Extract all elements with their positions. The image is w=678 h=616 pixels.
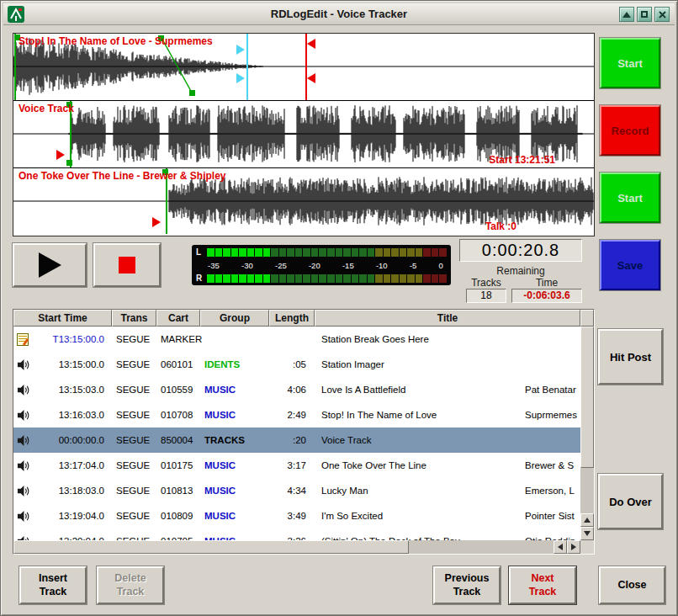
cell-group: MUSIC bbox=[200, 385, 269, 395]
cell-trans: SEGUE bbox=[112, 385, 156, 395]
col-header-length[interactable]: Length bbox=[269, 310, 315, 327]
track-start-line[interactable] bbox=[14, 34, 16, 100]
window-controls bbox=[619, 7, 670, 22]
record-button[interactable]: Record bbox=[600, 105, 660, 156]
start-track2-button[interactable]: Start bbox=[600, 173, 660, 223]
time-remaining-label: Time bbox=[511, 277, 582, 289]
cell-length: 3:17 bbox=[269, 460, 315, 470]
insert-track-button[interactable]: Insert Track bbox=[19, 566, 87, 604]
vertical-scrollbar[interactable] bbox=[580, 327, 594, 540]
table-row[interactable]: 13:16:03.0SEGUE010708MUSIC2:49Stop! In T… bbox=[13, 402, 580, 427]
cell-title: One Toke Over The LineBrewer & S bbox=[315, 453, 580, 478]
table-row[interactable]: 13:20:04.0SEGUE010705MUSIC3:26(Sittin' O… bbox=[13, 528, 580, 540]
down-arrow-icon bbox=[584, 531, 591, 536]
playhead-marker-icon[interactable] bbox=[307, 73, 315, 83]
table-row[interactable]: 13:18:03.0SEGUE010813MUSIC4:34Lucky ManE… bbox=[13, 478, 580, 503]
col-header-title[interactable]: Title bbox=[315, 310, 580, 327]
shade-button[interactable] bbox=[619, 7, 634, 22]
col-header-start-time[interactable]: Start Time bbox=[13, 310, 112, 327]
start-track1-button[interactable]: Start bbox=[600, 38, 660, 88]
table-row[interactable]: 13:15:03.0SEGUE010559MUSIC4:06Love Is A … bbox=[13, 377, 580, 402]
window-title: RDLogEdit - Voice Tracker bbox=[3, 8, 675, 20]
cell-trans: SEGUE bbox=[112, 334, 156, 344]
cell-start-time: 13:16:03.0 bbox=[13, 408, 112, 422]
table-row[interactable]: 13:17:04.0SEGUE010175MUSIC3:17One Toke O… bbox=[13, 453, 580, 478]
cell-length: 3:49 bbox=[269, 511, 315, 521]
cell-length: 2:49 bbox=[269, 410, 315, 420]
do-over-button[interactable]: Do Over bbox=[598, 474, 663, 529]
stop-icon bbox=[119, 257, 135, 273]
cell-cart: 060101 bbox=[156, 359, 200, 369]
cell-title-text: Lucky Man bbox=[321, 486, 368, 496]
col-header-trans[interactable]: Trans bbox=[112, 310, 156, 327]
cell-trans: SEGUE bbox=[112, 486, 156, 496]
scroll-right-button[interactable] bbox=[567, 540, 580, 554]
table-row[interactable]: T13:15:00.0SEGUEMARKERStation Break Goes… bbox=[13, 327, 580, 352]
up-arrow-icon bbox=[584, 518, 591, 523]
speaker-icon bbox=[16, 459, 29, 472]
app-icon bbox=[8, 6, 24, 23]
cell-trans: SEGUE bbox=[112, 410, 156, 420]
vscroll-thumb[interactable] bbox=[580, 327, 594, 468]
voicetrack-start-marker-handle[interactable] bbox=[66, 160, 72, 166]
led-row-l bbox=[207, 248, 447, 257]
waveform-area: Stop! In The Name of Love - Suprmemes Vo… bbox=[13, 33, 595, 236]
meter-right-label: R bbox=[196, 273, 207, 283]
table-row[interactable]: 13:19:04.0SEGUE010809MUSIC3:49I'm So Exc… bbox=[13, 503, 580, 528]
fade-end-marker-handle[interactable] bbox=[189, 90, 195, 96]
cell-start-time: 13:15:00.0 bbox=[13, 358, 112, 371]
cell-title: Voice Track bbox=[315, 427, 580, 453]
waveform-panel-3: One Toke Over The Line - Brewer & Shiple… bbox=[13, 168, 594, 234]
titlebar[interactable]: RDLogEdit - Voice Tracker bbox=[3, 3, 675, 25]
cell-start-time: 13:15:03.0 bbox=[13, 383, 112, 396]
play-cursor-icon[interactable] bbox=[56, 150, 65, 160]
talk-time-annotation: Talk :0 bbox=[485, 220, 516, 232]
cell-artist-text: Emerson, L bbox=[525, 486, 575, 496]
meter-left-label: L bbox=[196, 247, 207, 257]
scroll-left-button[interactable] bbox=[554, 540, 567, 554]
horizontal-scrollbar[interactable] bbox=[13, 540, 580, 554]
table-row[interactable]: 00:00:00.0SEGUE850004TRACKS:20Voice Trac… bbox=[13, 427, 580, 453]
cell-trans: SEGUE bbox=[112, 460, 156, 470]
cell-start-time: 13:19:04.0 bbox=[13, 509, 112, 523]
cell-start-time: 13:18:03.0 bbox=[13, 484, 112, 497]
segue-marker-icon[interactable] bbox=[236, 45, 245, 55]
rdlogedit-voice-tracker-window: RDLogEdit - Voice Tracker Stop! In The N… bbox=[0, 0, 678, 616]
hscroll-thumb[interactable] bbox=[13, 540, 409, 554]
next-track-button[interactable]: Next Track bbox=[509, 566, 576, 604]
left-arrow-icon bbox=[558, 544, 563, 550]
cell-title: I'm So ExcitedPointer Sist bbox=[315, 503, 580, 528]
track-title: Voice Track bbox=[19, 103, 74, 114]
segue-point-line[interactable] bbox=[246, 34, 248, 100]
speaker-icon bbox=[16, 408, 29, 422]
maximize-button[interactable] bbox=[637, 7, 652, 22]
playhead-marker-icon[interactable] bbox=[307, 39, 315, 49]
cell-group: MUSIC bbox=[200, 486, 269, 496]
play-cursor-icon[interactable] bbox=[152, 217, 161, 227]
cell-cart: 850004 bbox=[156, 435, 200, 445]
segue-marker-icon[interactable] bbox=[236, 73, 245, 83]
time-remaining-value: -0:06:03.6 bbox=[511, 289, 582, 303]
close-button[interactable]: Close bbox=[599, 566, 665, 604]
stop-button[interactable] bbox=[93, 243, 161, 287]
delete-track-button[interactable]: Delete Track bbox=[97, 566, 164, 604]
log-table-header: Start Time Trans Cart Group Length Title bbox=[13, 310, 594, 327]
save-button[interactable]: Save bbox=[600, 240, 660, 290]
level-meter: L -35-30-25-20-15-10-50 R bbox=[192, 245, 451, 285]
scroll-up-button[interactable] bbox=[580, 513, 594, 527]
cell-trans: SEGUE bbox=[112, 511, 156, 521]
col-header-cart[interactable]: Cart bbox=[156, 310, 200, 327]
table-row[interactable]: 13:15:00.0SEGUE060101IDENTS:05Station Im… bbox=[13, 352, 580, 377]
col-header-group[interactable]: Group bbox=[200, 310, 269, 327]
play-button[interactable] bbox=[13, 243, 87, 287]
close-window-button[interactable] bbox=[654, 7, 670, 22]
cell-length: :20 bbox=[269, 435, 315, 445]
log-table: Start Time Trans Cart Group Length Title… bbox=[13, 309, 595, 555]
speaker-icon bbox=[16, 484, 29, 497]
hit-post-button[interactable]: Hit Post bbox=[598, 329, 663, 385]
cell-group: MUSIC bbox=[200, 511, 269, 521]
cell-cart: 010559 bbox=[156, 385, 200, 395]
previous-track-button[interactable]: Previous Track bbox=[433, 566, 501, 604]
scroll-down-button[interactable] bbox=[580, 527, 594, 540]
play-icon bbox=[39, 252, 61, 278]
